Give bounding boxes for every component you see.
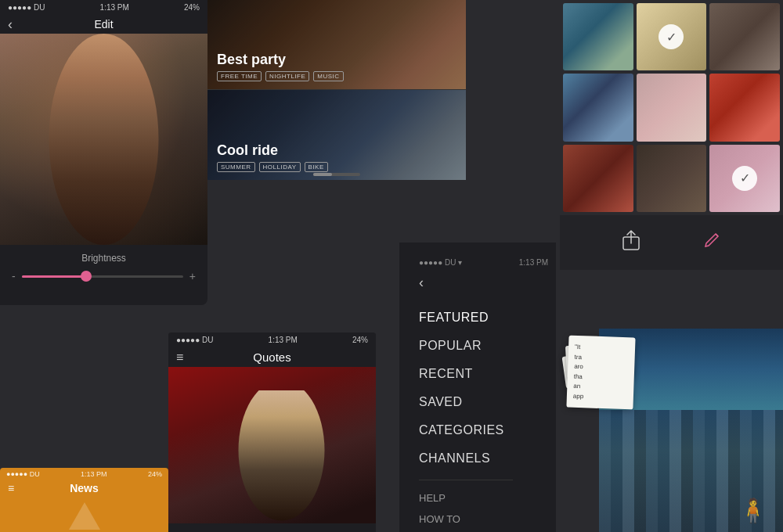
slider-fill [22,275,86,278]
battery-edit: 24% [184,3,200,12]
slider-thumb[interactable] [81,271,92,282]
grid-cell-6[interactable] [709,74,780,141]
grid-image-4 [563,74,633,141]
grid-image-6 [709,74,780,141]
battery-quotes: 24% [352,336,368,344]
phone-quotes-screen: ●●●●● DU 1:13 PM 24% ≡ Quotes [168,332,376,532]
scroll-indicator [313,173,360,176]
grid-cell-9[interactable]: ✓ [709,145,780,212]
grid-cell-2[interactable]: ✓ [637,3,707,70]
grid-image-5 [637,74,707,141]
grid-actions [560,215,783,270]
card-text-2: Cool ride SUMMER HOLLIDAY BIKE [217,142,328,172]
card-title-2: Cool ride [217,142,328,159]
quotes-person [235,390,329,523]
card-best-party[interactable]: Best party FREE TIME NIGHTLIFE MUSIC [207,0,466,90]
carrier-news: ●●●●● DU [6,470,40,478]
time-quotes: 1:13 PM [269,336,298,344]
grid-cell-3[interactable] [709,3,780,70]
nav-bar-news: ≡ News [0,480,168,496]
nav-divider [419,480,513,480]
phone-news-screen: ●●●●● DU 1:13 PM 24% ≡ News [0,468,168,532]
quote-card-3: "Ittraarothaanapp [566,336,635,409]
tag-nightlife: NIGHTLIFE [265,71,309,81]
aerial-person-icon: 🧍 [738,497,767,524]
grid-check-9: ✓ [732,166,757,191]
share-button[interactable] [622,229,640,256]
news-triangle-icon [69,502,100,530]
cards-panel: Best party FREE TIME NIGHTLIFE MUSIC Coo… [207,0,466,180]
nav-bar-edit: ‹ Edit [0,15,207,34]
status-bar-edit: ●●●●● DU 1:13 PM 24% [0,0,207,15]
status-bar-quotes: ●●●●● DU 1:13 PM 24% [168,332,376,347]
phone-edit-screen: ●●●●● DU 1:13 PM 24% ‹ Edit Brightness -… [0,0,207,305]
card-bg-ride: Cool ride SUMMER HOLLIDAY BIKE [207,90,466,180]
svg-line-1 [716,234,718,236]
brightness-minus: - [12,270,16,282]
tag-free-time: FREE TIME [217,71,262,81]
grid-image-7 [563,145,633,212]
brightness-label: Brightness [12,253,196,264]
brightness-section: Brightness - + [0,245,207,294]
grid-image-3 [709,3,780,70]
back-button-edit[interactable]: ‹ [8,16,13,33]
card-bg-party: Best party FREE TIME NIGHTLIFE MUSIC [207,0,466,89]
nav-item-help[interactable]: HELP [419,492,556,504]
nav-item-featured[interactable]: FEATURED [419,311,556,325]
grid-cell-1[interactable] [563,3,633,70]
nav-time: 1:13 PM [519,258,548,267]
nav-item-channels[interactable]: CHANNELS [419,451,556,466]
nav-bar-quotes: ≡ Quotes [168,347,376,367]
nav-menu-panel: ●●●●● DU ▾ 1:13 PM ‹ FEATURED POPULAR RE… [399,243,556,532]
tag-bike: BIKE [305,162,328,172]
nav-status-bar: ●●●●● DU ▾ 1:13 PM [419,258,556,267]
battery-news: 24% [148,470,162,478]
news-title: News [70,482,99,494]
tag-holliday: HOLLIDAY [259,162,301,172]
menu-icon-quotes[interactable]: ≡ [176,350,183,365]
edit-title: Edit [94,18,113,31]
carrier-quotes: ●●●●● DU [176,336,213,344]
grid-image-8 [637,145,707,212]
edit-button[interactable] [702,231,721,254]
news-content-area [0,496,168,531]
nav-back-button[interactable]: ‹ [419,275,556,291]
brightness-slider[interactable] [22,275,183,278]
card-cool-ride[interactable]: Cool ride SUMMER HOLLIDAY BIKE [207,90,466,180]
grid-cell-4[interactable] [563,74,633,141]
carrier-edit: ●●●●● DU [8,3,45,12]
grid-image-1 [563,3,633,70]
scroll-fill [313,173,332,176]
nav-item-howto[interactable]: HOW TO [419,513,556,525]
grid-cell-7[interactable] [563,145,633,212]
menu-icon-news[interactable]: ≡ [8,482,14,494]
card-tags-1: FREE TIME NIGHTLIFE MUSIC [217,71,344,81]
grid-cell-5[interactable] [637,74,707,141]
quote-text-3: "Ittraarothaanapp [573,343,584,400]
nav-item-popular[interactable]: POPULAR [419,339,556,353]
card-text-1: Best party FREE TIME NIGHTLIFE MUSIC [217,52,344,81]
time-edit: 1:13 PM [100,3,129,12]
time-news: 1:13 PM [81,470,107,478]
brightness-slider-row: - + [12,270,196,282]
nav-item-saved[interactable]: SAVED [419,395,556,409]
photo-grid: ✓ ✓ [560,0,783,215]
status-bar-news: ●●●●● DU 1:13 PM 24% [0,468,168,480]
tag-summer: SUMMER [217,162,255,172]
brightness-plus: + [189,270,196,282]
nav-item-recent[interactable]: RECENT [419,367,556,381]
card-title-1: Best party [217,52,344,68]
nav-carrier: ●●●●● DU ▾ [419,258,462,267]
tag-music: MUSIC [313,71,343,81]
quotes-photo-area [168,367,376,523]
edit-photo-area [0,34,207,245]
grid-check-2: ✓ [659,24,684,49]
grid-cell-8[interactable] [637,145,707,212]
card-tags-2: SUMMER HOLLIDAY BIKE [217,162,328,172]
nav-item-categories[interactable]: CATEGORIES [419,423,556,437]
quotes-title: Quotes [253,350,290,364]
